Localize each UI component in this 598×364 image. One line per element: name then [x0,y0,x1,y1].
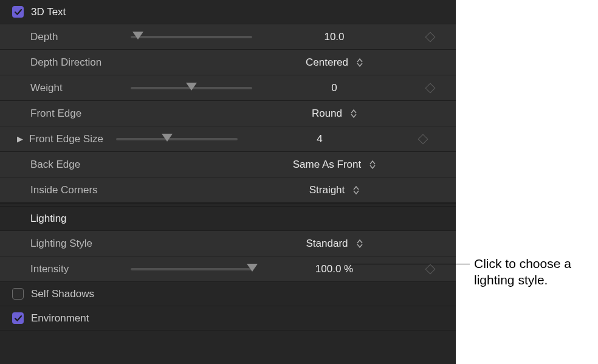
slider-thumb-intensity[interactable] [247,264,258,272]
disclosure-front-edge-size[interactable]: ▶ [17,134,29,143]
updown-icon [357,239,363,248]
value-weight[interactable]: 0 [264,82,404,94]
value-intensity[interactable]: 100.0 % [264,263,404,275]
popup-front-edge-value: Round [312,108,342,120]
updown-icon [351,109,357,118]
popup-lighting-style-value: Standard [306,238,348,250]
row-depth: Depth 10.0 [0,24,456,50]
keyframe-weight[interactable] [425,83,435,93]
label-back-edge: Back Edge [30,159,131,171]
checkbox-environment[interactable] [12,312,24,324]
section-3d-text-header: 3D Text [0,0,456,24]
keyframe-depth[interactable] [425,32,435,42]
updown-icon [353,186,359,194]
row-intensity: Intensity 100.0 % [0,256,456,282]
label-weight: Weight [30,82,131,94]
popup-depth-direction-value: Centered [306,57,348,69]
checkbox-3d-text[interactable] [12,6,24,18]
section-3d-text-title: 3D Text [31,6,66,18]
section-lighting-title: Lighting [30,213,67,225]
popup-inside-corners-value: Straight [309,184,345,196]
popup-front-edge[interactable]: Round [312,108,357,120]
label-lighting-style: Lighting Style [30,238,131,250]
checkmark-icon [14,314,22,323]
callout-line [351,264,470,264]
row-lighting-style: Lighting Style Standard [0,231,456,256]
row-depth-direction: Depth Direction Centered [0,50,456,75]
popup-back-edge[interactable]: Same As Front [293,159,376,171]
slider-front-edge-size[interactable] [116,138,238,140]
popup-back-edge-value: Same As Front [293,159,361,171]
value-depth[interactable]: 10.0 [264,31,404,43]
updown-icon [369,160,376,169]
slider-thumb-depth[interactable] [132,32,143,39]
slider-depth[interactable] [131,36,252,38]
label-depth-direction: Depth Direction [30,57,131,69]
popup-lighting-style[interactable]: Standard [306,238,363,250]
label-inside-corners: Inside Corners [30,184,131,196]
popup-depth-direction[interactable]: Centered [306,57,363,69]
label-depth: Depth [30,31,131,43]
row-weight: Weight 0 [0,75,456,101]
label-environment: Environment [31,312,89,325]
label-front-edge-size: Front Edge Size [29,133,116,145]
keyframe-intensity[interactable] [425,264,435,274]
row-front-edge: Front Edge Round [0,101,456,126]
row-self-shadows: Self Shadows [0,282,456,306]
updown-icon [357,58,363,67]
slider-intensity[interactable] [131,268,252,270]
section-lighting-header: Lighting [0,207,456,231]
inspector-panel: 3D Text Depth 10.0 Depth Direction Cente… [0,0,456,364]
label-front-edge: Front Edge [30,108,131,120]
row-environment: Environment [0,306,456,331]
label-intensity: Intensity [30,263,131,275]
checkbox-self-shadows[interactable] [12,288,24,300]
callout-text: Click to choose a lighting style. [474,255,596,289]
row-front-edge-size: ▶ Front Edge Size 4 [0,126,456,152]
label-self-shadows: Self Shadows [31,288,94,300]
slider-thumb-weight[interactable] [186,83,197,91]
checkmark-icon [14,8,22,16]
slider-weight[interactable] [131,87,252,89]
row-inside-corners: Inside Corners Straight [0,177,456,203]
popup-inside-corners[interactable]: Straight [309,184,360,196]
slider-thumb-front-edge-size[interactable] [162,134,173,142]
keyframe-front-edge-size[interactable] [418,134,428,144]
row-back-edge: Back Edge Same As Front [0,152,456,177]
value-front-edge-size[interactable]: 4 [250,133,390,145]
